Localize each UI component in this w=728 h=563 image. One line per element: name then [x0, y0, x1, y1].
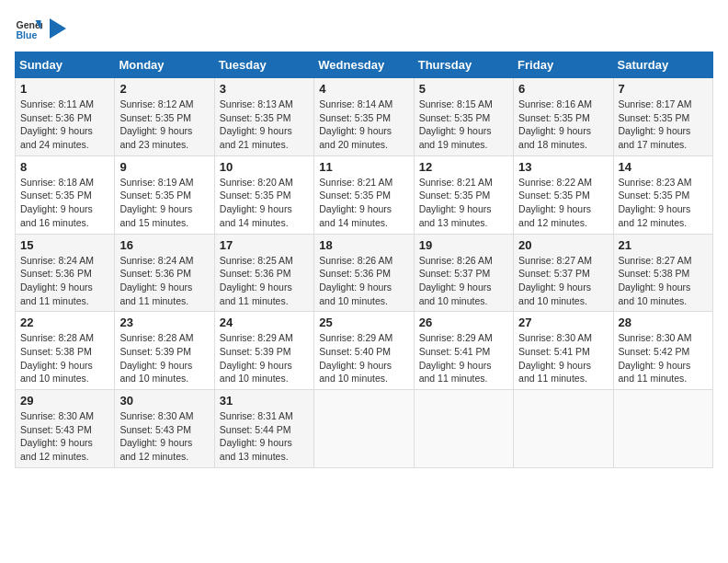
day-number: 10: [220, 160, 309, 174]
week-row-4: 22 Sunrise: 8:28 AM Sunset: 5:38 PM Dayl…: [16, 312, 713, 390]
day-number: 12: [419, 160, 508, 174]
week-row-5: 29 Sunrise: 8:30 AM Sunset: 5:43 PM Dayl…: [16, 390, 713, 468]
day-cell: 3 Sunrise: 8:13 AM Sunset: 5:35 PM Dayli…: [214, 78, 313, 156]
day-cell: [613, 390, 712, 468]
day-detail: Sunrise: 8:30 AM Sunset: 5:41 PM Dayligh…: [518, 331, 608, 385]
day-detail: Sunrise: 8:24 AM Sunset: 5:36 PM Dayligh…: [119, 254, 209, 308]
day-cell: 2 Sunrise: 8:12 AM Sunset: 5:35 PM Dayli…: [115, 78, 214, 156]
day-number: 16: [119, 238, 209, 252]
day-cell: 10 Sunrise: 8:20 AM Sunset: 5:35 PM Dayl…: [214, 155, 313, 234]
day-number: 28: [619, 316, 708, 329]
day-detail: Sunrise: 8:29 AM Sunset: 5:41 PM Dayligh…: [419, 331, 508, 385]
day-detail: Sunrise: 8:11 AM Sunset: 5:36 PM Dayligh…: [20, 98, 109, 152]
day-detail: Sunrise: 8:20 AM Sunset: 5:35 PM Dayligh…: [220, 176, 309, 230]
day-cell: 30 Sunrise: 8:30 AM Sunset: 5:43 PM Dayl…: [115, 390, 214, 468]
day-detail: Sunrise: 8:24 AM Sunset: 5:36 PM Dayligh…: [20, 254, 109, 308]
day-cell: 14 Sunrise: 8:23 AM Sunset: 5:35 PM Dayl…: [613, 155, 712, 234]
day-cell: 20 Sunrise: 8:27 AM Sunset: 5:37 PM Dayl…: [514, 234, 613, 312]
day-number: 8: [20, 160, 109, 174]
day-number: 21: [619, 238, 708, 252]
day-detail: Sunrise: 8:17 AM Sunset: 5:35 PM Dayligh…: [619, 98, 708, 152]
day-detail: Sunrise: 8:14 AM Sunset: 5:35 PM Dayligh…: [319, 98, 408, 152]
day-number: 30: [119, 394, 209, 408]
day-cell: [314, 390, 414, 468]
day-number: 1: [20, 82, 109, 96]
day-cell: 12 Sunrise: 8:21 AM Sunset: 5:35 PM Dayl…: [414, 155, 513, 234]
day-cell: 9 Sunrise: 8:19 AM Sunset: 5:35 PM Dayli…: [115, 155, 214, 234]
week-row-1: 1 Sunrise: 8:11 AM Sunset: 5:36 PM Dayli…: [16, 78, 713, 156]
header-tuesday: Tuesday: [214, 52, 313, 78]
week-row-3: 15 Sunrise: 8:24 AM Sunset: 5:36 PM Dayl…: [16, 234, 713, 312]
day-cell: 27 Sunrise: 8:30 AM Sunset: 5:41 PM Dayl…: [514, 312, 613, 390]
day-cell: [514, 390, 613, 468]
day-detail: Sunrise: 8:13 AM Sunset: 5:35 PM Dayligh…: [220, 98, 309, 152]
day-cell: 15 Sunrise: 8:24 AM Sunset: 5:36 PM Dayl…: [16, 234, 115, 312]
day-detail: Sunrise: 8:15 AM Sunset: 5:35 PM Dayligh…: [419, 98, 508, 152]
day-detail: Sunrise: 8:23 AM Sunset: 5:35 PM Dayligh…: [619, 176, 708, 230]
day-cell: 18 Sunrise: 8:26 AM Sunset: 5:36 PM Dayl…: [314, 234, 414, 312]
day-detail: Sunrise: 8:19 AM Sunset: 5:35 PM Dayligh…: [119, 176, 209, 230]
day-number: 31: [220, 394, 309, 408]
day-number: 17: [220, 238, 309, 252]
day-detail: Sunrise: 8:26 AM Sunset: 5:37 PM Dayligh…: [419, 254, 508, 308]
day-detail: Sunrise: 8:27 AM Sunset: 5:37 PM Dayligh…: [518, 254, 608, 308]
day-detail: Sunrise: 8:30 AM Sunset: 5:42 PM Dayligh…: [619, 331, 708, 385]
day-cell: 25 Sunrise: 8:29 AM Sunset: 5:40 PM Dayl…: [314, 312, 414, 390]
day-number: 9: [119, 160, 209, 174]
day-detail: Sunrise: 8:18 AM Sunset: 5:35 PM Dayligh…: [20, 176, 109, 230]
day-cell: 19 Sunrise: 8:26 AM Sunset: 5:37 PM Dayl…: [414, 234, 513, 312]
day-cell: 11 Sunrise: 8:21 AM Sunset: 5:35 PM Dayl…: [314, 155, 414, 234]
day-detail: Sunrise: 8:31 AM Sunset: 5:44 PM Dayligh…: [220, 409, 309, 464]
day-cell: 26 Sunrise: 8:29 AM Sunset: 5:41 PM Dayl…: [414, 312, 513, 390]
logo-arrow-icon: [50, 18, 66, 39]
day-cell: 8 Sunrise: 8:18 AM Sunset: 5:35 PM Dayli…: [16, 155, 115, 234]
day-detail: Sunrise: 8:30 AM Sunset: 5:43 PM Dayligh…: [119, 409, 209, 464]
day-number: 18: [319, 238, 408, 252]
day-cell: 5 Sunrise: 8:15 AM Sunset: 5:35 PM Dayli…: [414, 78, 513, 156]
header-friday: Friday: [514, 52, 613, 78]
page-header: General Blue: [15, 15, 713, 42]
day-detail: Sunrise: 8:21 AM Sunset: 5:35 PM Dayligh…: [319, 176, 408, 230]
day-detail: Sunrise: 8:29 AM Sunset: 5:39 PM Dayligh…: [220, 331, 309, 385]
day-detail: Sunrise: 8:22 AM Sunset: 5:35 PM Dayligh…: [518, 176, 608, 230]
day-cell: 24 Sunrise: 8:29 AM Sunset: 5:39 PM Dayl…: [214, 312, 313, 390]
day-detail: Sunrise: 8:12 AM Sunset: 5:35 PM Dayligh…: [119, 98, 209, 152]
svg-marker-3: [50, 18, 66, 39]
day-number: 7: [619, 82, 708, 96]
logo-icon: General Blue: [15, 15, 42, 42]
day-cell: 16 Sunrise: 8:24 AM Sunset: 5:36 PM Dayl…: [115, 234, 214, 312]
day-cell: [414, 390, 513, 468]
week-row-2: 8 Sunrise: 8:18 AM Sunset: 5:35 PM Dayli…: [16, 155, 713, 234]
day-detail: Sunrise: 8:29 AM Sunset: 5:40 PM Dayligh…: [319, 331, 408, 385]
day-cell: 23 Sunrise: 8:28 AM Sunset: 5:39 PM Dayl…: [115, 312, 214, 390]
header-monday: Monday: [115, 52, 214, 78]
header-thursday: Thursday: [414, 52, 513, 78]
day-cell: 1 Sunrise: 8:11 AM Sunset: 5:36 PM Dayli…: [16, 78, 115, 156]
day-number: 25: [319, 316, 408, 329]
day-number: 15: [20, 238, 109, 252]
logo: General Blue: [15, 15, 66, 42]
day-cell: 4 Sunrise: 8:14 AM Sunset: 5:35 PM Dayli…: [314, 78, 414, 156]
calendar-table: SundayMondayTuesdayWednesdayThursdayFrid…: [15, 52, 713, 468]
day-cell: 17 Sunrise: 8:25 AM Sunset: 5:36 PM Dayl…: [214, 234, 313, 312]
header-wednesday: Wednesday: [314, 52, 414, 78]
header-sunday: Sunday: [16, 52, 115, 78]
day-detail: Sunrise: 8:25 AM Sunset: 5:36 PM Dayligh…: [220, 254, 309, 308]
day-number: 11: [319, 160, 408, 174]
day-cell: 22 Sunrise: 8:28 AM Sunset: 5:38 PM Dayl…: [16, 312, 115, 390]
day-cell: 13 Sunrise: 8:22 AM Sunset: 5:35 PM Dayl…: [514, 155, 613, 234]
day-number: 27: [518, 316, 608, 329]
day-detail: Sunrise: 8:28 AM Sunset: 5:39 PM Dayligh…: [119, 331, 209, 385]
day-cell: 7 Sunrise: 8:17 AM Sunset: 5:35 PM Dayli…: [613, 78, 712, 156]
day-cell: 29 Sunrise: 8:30 AM Sunset: 5:43 PM Dayl…: [16, 390, 115, 468]
day-cell: 6 Sunrise: 8:16 AM Sunset: 5:35 PM Dayli…: [514, 78, 613, 156]
day-detail: Sunrise: 8:16 AM Sunset: 5:35 PM Dayligh…: [518, 98, 608, 152]
svg-text:Blue: Blue: [17, 29, 38, 40]
day-number: 19: [419, 238, 508, 252]
calendar-header-row: SundayMondayTuesdayWednesdayThursdayFrid…: [16, 52, 713, 78]
day-cell: 31 Sunrise: 8:31 AM Sunset: 5:44 PM Dayl…: [214, 390, 313, 468]
day-number: 14: [619, 160, 708, 174]
day-detail: Sunrise: 8:27 AM Sunset: 5:38 PM Dayligh…: [619, 254, 708, 308]
day-number: 20: [518, 238, 608, 252]
day-number: 4: [319, 82, 408, 96]
